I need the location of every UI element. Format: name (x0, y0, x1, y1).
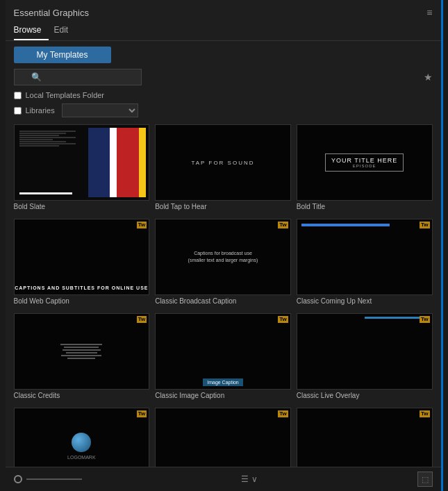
template-bold-title[interactable]: YOUR TITLE HERE EPISODE Bold Title (297, 124, 433, 213)
thumbnail-template-11: Tw (155, 408, 291, 467)
template-label-credits: Classic Credits (14, 392, 150, 402)
template-label-image-caption: Classic Image Caption (155, 392, 291, 402)
chevron-down-icon: ∨ (251, 474, 258, 484)
panel-title: Essential Graphics (14, 8, 89, 18)
template-11[interactable]: Tw Template 11 (155, 408, 291, 467)
template-label-bold-title: Bold Title (297, 203, 433, 213)
broadcast-caption-text: Captions for broadcast use(smaller text … (188, 250, 258, 265)
thumbnail-classic-credits: Tw (14, 313, 150, 390)
slider-line (26, 478, 82, 480)
template-label-bold-tap: Bold Tap to Hear (155, 203, 291, 213)
thumbnail-bold-web-caption: Tw CAPTIONS AND SUBTITLES FOR ONLINE USE (14, 219, 150, 295)
slider-circle-icon[interactable] (14, 475, 22, 483)
template-12[interactable]: Tw Template 12 (297, 408, 433, 467)
thumbnail-logo: Tw LOGOMARK (14, 408, 150, 467)
template-bold-slate[interactable]: Bold Slate (14, 124, 150, 213)
tw-badge-logo: Tw (137, 410, 147, 417)
template-label-live-overlay: Classic Live Overlay (297, 392, 433, 402)
thumbnail-bold-slate (14, 124, 150, 201)
bold-title-main-text: YOUR TITLE HERE (331, 157, 397, 164)
templates-grid: Bold Slate TAP FOR SOUND Bold Tap to Hea… (14, 124, 433, 467)
logo-circle (72, 433, 91, 452)
template-label-bold-web: Bold Web Caption (14, 297, 150, 308)
local-templates-checkbox[interactable] (14, 92, 22, 99)
tab-browse[interactable]: Browse (14, 22, 49, 40)
panel-footer: ☰ ∨ ⬚ (6, 467, 441, 491)
libraries-dropdown[interactable] (62, 103, 138, 117)
list-icon: ☰ (241, 474, 249, 484)
tw-badge-coming: Tw (420, 222, 430, 228)
templates-grid-container: Bold Slate TAP FOR SOUND Bold Tap to Hea… (6, 124, 441, 467)
template-label-broadcast: Classic Broadcast Caption (155, 297, 291, 308)
local-templates-row: Local Templates Folder (6, 91, 441, 99)
thumbnail-classic-live: Tw (297, 313, 433, 390)
bold-title-sub-text: EPISODE (331, 164, 397, 168)
template-classic-broadcast[interactable]: Tw Captions for broadcast use(smaller te… (155, 219, 291, 308)
template-classic-image-caption[interactable]: Tw Image Caption Classic Image Caption (155, 313, 291, 402)
template-classic-live-overlay[interactable]: Tw Classic Live Overlay (297, 313, 433, 402)
coming-bar (301, 224, 390, 226)
template-label-bold-slate: Bold Slate (14, 203, 150, 213)
panel-header: Essential Graphics ≡ (6, 0, 441, 22)
credits-lines (60, 344, 102, 359)
template-bold-tap-to-hear[interactable]: TAP FOR SOUND Bold Tap to Hear (155, 124, 291, 213)
favorites-star-icon[interactable]: ★ (424, 72, 433, 83)
tab-bar: Browse Edit (6, 22, 441, 41)
essential-graphics-panel: Essential Graphics ≡ Browse Edit My Temp… (6, 0, 443, 491)
thumbnail-classic-coming: Tw (297, 219, 433, 295)
panel-menu-icon[interactable]: ≡ (426, 7, 432, 18)
zoom-slider[interactable] (14, 475, 82, 483)
thumbnail-classic-broadcast: Tw Captions for broadcast use(smaller te… (155, 219, 291, 295)
add-to-project-button[interactable]: ⬚ (417, 472, 433, 487)
libraries-label: Libraries (26, 106, 55, 115)
tab-edit[interactable]: Edit (54, 22, 76, 40)
image-caption-box: Image Caption (203, 378, 243, 386)
tw-badge-12: Tw (420, 410, 430, 417)
logo-text: LOGOMARK (67, 455, 95, 460)
add-icon: ⬚ (422, 475, 429, 484)
thumbnail-bold-tap: TAP FOR SOUND (155, 124, 291, 201)
list-view-button[interactable]: ☰ ∨ (241, 474, 258, 484)
search-input[interactable] (14, 69, 142, 85)
template-logo-reveal[interactable]: Tw LOGOMARK Logo Reveal (14, 408, 150, 467)
thumbnail-bold-title: YOUR TITLE HERE EPISODE (297, 124, 433, 201)
tw-badge-image: Tw (278, 316, 288, 323)
template-classic-credits[interactable]: Tw Classic Credits (14, 313, 150, 402)
thumbnail-classic-image: Tw Image Caption (155, 313, 291, 390)
tw-badge-11: Tw (278, 410, 288, 417)
libraries-row: Libraries (6, 103, 441, 117)
local-templates-label: Local Templates Folder (26, 91, 105, 99)
template-label-coming-up: Classic Coming Up Next (297, 297, 433, 308)
tw-badge-live: Tw (420, 316, 430, 323)
libraries-checkbox[interactable] (14, 107, 22, 115)
thumbnail-template-12: Tw (297, 408, 433, 467)
template-classic-coming-up[interactable]: Tw Classic Coming Up Next (297, 219, 433, 308)
bold-title-box: YOUR TITLE HERE EPISODE (325, 153, 404, 172)
web-caption-text: CAPTIONS AND SUBTITLES FOR ONLINE USE (15, 285, 148, 290)
search-wrapper: 🔍 (14, 69, 418, 85)
my-templates-button[interactable]: My Templates (14, 47, 111, 63)
search-row: 🔍 ★ (6, 69, 441, 85)
tw-badge-credits: Tw (137, 316, 147, 323)
tw-badge-web: Tw (137, 222, 147, 228)
template-bold-web-caption[interactable]: Tw CAPTIONS AND SUBTITLES FOR ONLINE USE… (14, 219, 150, 308)
tap-text: TAP FOR SOUND (191, 160, 254, 166)
tw-badge-broadcast: Tw (278, 222, 288, 228)
